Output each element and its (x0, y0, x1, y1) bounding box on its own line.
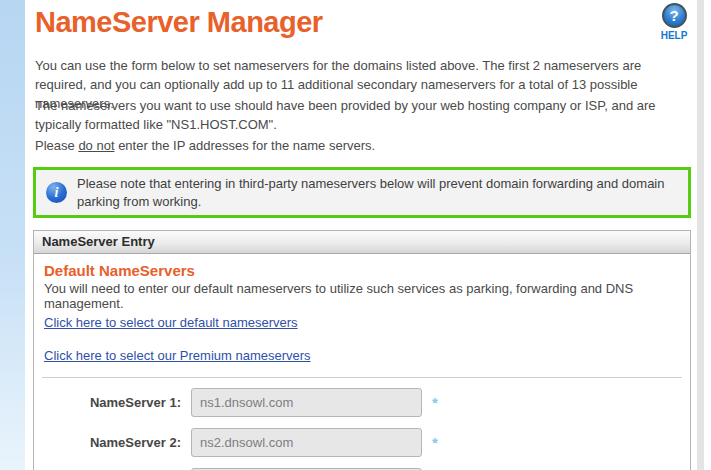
page-title: NameServer Manager (35, 6, 323, 39)
required-marker: * (432, 394, 438, 411)
scrollbar[interactable] (697, 0, 704, 470)
help-button[interactable]: ? HELP (652, 3, 696, 41)
panel-header: NameServer Entry (34, 231, 690, 254)
nameserver-entry-panel: NameServer Entry Default NameServers You… (33, 230, 691, 470)
select-premium-nameservers-link[interactable]: Click here to select our Premium nameser… (44, 348, 311, 363)
nameserver-2-input[interactable] (191, 428, 422, 457)
intro-paragraph-3: Please do not enter the IP addresses for… (35, 137, 691, 156)
notice-box: i Please note that entering in third-par… (33, 167, 691, 218)
nameserver-1-input[interactable] (191, 388, 422, 417)
default-nameservers-heading: Default NameServers (44, 262, 680, 279)
required-marker: * (432, 434, 438, 451)
nameserver-2-label: NameServer 2: (44, 435, 181, 450)
page-background-strip (0, 0, 25, 470)
default-nameservers-description: You will need to enter our default names… (44, 281, 680, 311)
help-icon: ? (662, 3, 687, 28)
help-label: HELP (652, 30, 696, 41)
nameserver-row-2: NameServer 2: * (44, 427, 680, 457)
info-icon: i (46, 182, 67, 203)
notice-text: Please note that entering in third-party… (77, 175, 678, 210)
intro-paragraph-2: The nameservers you want to use should h… (35, 97, 691, 135)
nameserver-1-label: NameServer 1: (44, 395, 181, 410)
do-not-emphasis: do not (78, 138, 114, 153)
select-default-nameservers-link[interactable]: Click here to select our default nameser… (44, 315, 298, 330)
form-divider (42, 377, 682, 378)
nameserver-row-1: NameServer 1: * (44, 387, 680, 417)
